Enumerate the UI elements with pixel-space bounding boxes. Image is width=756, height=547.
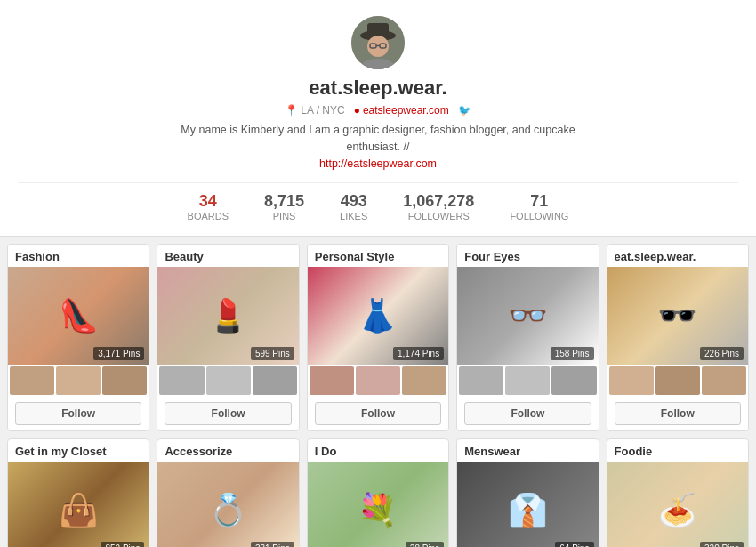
avatar (351, 16, 405, 69)
svg-rect-2 (367, 23, 389, 37)
pins-count: 158 Pins (551, 347, 594, 360)
follow-button-wrap: Follow (607, 397, 748, 430)
board-thumbnails (457, 365, 598, 397)
profile-bio: My name is Kimberly and I am a graphic d… (156, 122, 600, 172)
board-main-image: 💐 28 Pins (308, 462, 448, 547)
pins-count: 226 Pins (700, 347, 744, 360)
board-thumb (551, 366, 596, 395)
board-thumbnails (157, 365, 298, 397)
boards-grid: Fashion 👠 3,171 Pins Follow Beauty 💄 599… (0, 237, 756, 547)
follow-button[interactable]: Follow (615, 402, 741, 425)
board-main-image: 👗 1,174 Pins (308, 267, 448, 365)
profile-header: eat.sleep.wear. 📍 LA / NYC ● eatsleepwea… (0, 0, 756, 237)
board-card[interactable]: Menswear 👔 64 Pins Follow (456, 438, 599, 547)
board-thumb (505, 366, 550, 395)
board-card[interactable]: eat.sleep.wear. 🕶️ 226 Pins Follow (607, 244, 749, 431)
board-thumb (102, 366, 147, 395)
pins-count: 331 Pins (251, 542, 294, 547)
board-image-placeholder: 💍 (157, 462, 298, 547)
board-image-placeholder: 🍝 (607, 462, 748, 547)
stat-likes[interactable]: 493 Likes (340, 192, 367, 221)
stat-following[interactable]: 71 Following (510, 192, 568, 221)
board-title: Beauty (157, 245, 298, 267)
pins-count: 64 Pins (555, 542, 593, 547)
pins-count: 3,171 Pins (93, 347, 144, 360)
board-title: Accessorize (157, 439, 298, 462)
board-main-image: 🍝 320 Pins (607, 462, 748, 547)
follow-button[interactable]: Follow (464, 402, 591, 425)
board-thumbnails (308, 365, 448, 397)
board-card[interactable]: Four Eyes 👓 158 Pins Follow (456, 244, 599, 431)
twitter-icon[interactable]: 🐦 (458, 104, 471, 117)
board-main-image: 🕶️ 226 Pins (607, 267, 748, 365)
board-card[interactable]: Beauty 💄 599 Pins Follow (157, 244, 299, 431)
board-title: eat.sleep.wear. (607, 245, 748, 267)
board-thumb (253, 366, 297, 395)
follow-button-wrap: Follow (157, 397, 298, 430)
stat-pins[interactable]: 8,715 Pins (264, 192, 304, 221)
follow-button[interactable]: Follow (165, 402, 291, 425)
board-main-image: 👜 852 Pins (8, 462, 149, 547)
board-image-placeholder: 👔 (457, 462, 598, 547)
board-image-placeholder: 👜 (8, 462, 149, 547)
board-thumb (702, 366, 746, 395)
board-title: Four Eyes (457, 245, 598, 267)
board-thumb (206, 366, 251, 395)
profile-meta: 📍 LA / NYC ● eatsleepwear.com 🐦 (18, 104, 738, 117)
follow-button-wrap: Follow (308, 397, 448, 430)
board-card[interactable]: Fashion 👠 3,171 Pins Follow (7, 244, 149, 431)
board-card[interactable]: Accessorize 💍 331 Pins Follow (157, 438, 299, 547)
board-card[interactable]: Personal Style 👗 1,174 Pins Follow (307, 244, 449, 431)
board-title: I Do (308, 439, 448, 462)
pins-count: 1,174 Pins (393, 347, 444, 360)
board-card[interactable]: Foodie 🍝 320 Pins Follow (607, 438, 749, 547)
board-thumb (356, 366, 400, 395)
board-main-image: 💄 599 Pins (157, 267, 298, 365)
pins-count: 320 Pins (700, 542, 744, 547)
board-title: Menswear (457, 439, 598, 462)
pins-count: 852 Pins (101, 542, 144, 547)
stats-bar: 34 Boards 8,715 Pins 493 Likes 1,067,278… (18, 182, 738, 225)
board-main-image: 👔 64 Pins (457, 462, 598, 547)
location-icon: 📍 (285, 104, 298, 117)
website-info: ● eatsleepwear.com (354, 104, 449, 117)
board-thumb (310, 366, 354, 395)
board-thumb (10, 366, 54, 395)
board-main-image: 💍 331 Pins (157, 462, 298, 547)
board-main-image: 👓 158 Pins (457, 267, 598, 365)
board-thumbnails (607, 365, 748, 397)
follow-button-wrap: Follow (8, 397, 149, 430)
stat-followers[interactable]: 1,067,278 Followers (403, 192, 474, 221)
board-thumb (402, 366, 446, 395)
stat-boards[interactable]: 34 Boards (188, 192, 229, 221)
follow-button[interactable]: Follow (15, 402, 141, 425)
board-thumb (459, 366, 503, 395)
board-thumb (56, 366, 101, 395)
board-card[interactable]: Get in my Closet 👜 852 Pins Follow (7, 438, 149, 547)
follow-button-wrap: Follow (457, 397, 598, 430)
follow-button[interactable]: Follow (315, 402, 441, 425)
board-thumb (655, 366, 700, 395)
board-thumb (159, 366, 204, 395)
board-title: Personal Style (308, 245, 448, 267)
board-title: Fashion (8, 245, 149, 267)
board-thumb (609, 366, 654, 395)
board-title: Get in my Closet (8, 439, 149, 462)
board-title: Foodie (607, 439, 748, 462)
board-card[interactable]: I Do 💐 28 Pins Follow (307, 438, 449, 547)
pins-count: 599 Pins (251, 347, 294, 360)
board-main-image: 👠 3,171 Pins (8, 267, 149, 365)
pins-count: 28 Pins (406, 542, 444, 547)
board-image-placeholder: 💐 (308, 462, 448, 547)
board-thumbnails (8, 365, 149, 397)
profile-name: eat.sleep.wear. (18, 76, 738, 100)
location-info: 📍 LA / NYC (285, 104, 344, 117)
website-dot: ● (354, 104, 360, 117)
